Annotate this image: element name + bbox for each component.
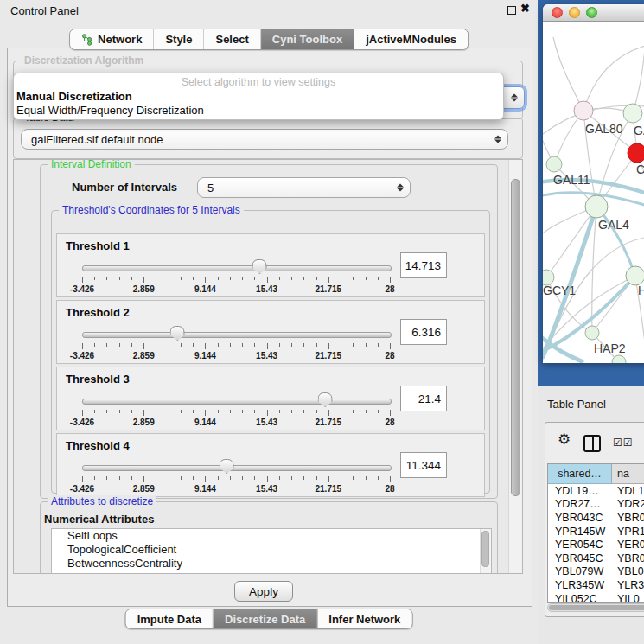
num-intervals-label: Number of Intervals — [72, 181, 177, 194]
slider-handle[interactable] — [318, 392, 333, 407]
attributes-list-scrollbar[interactable] — [480, 529, 491, 574]
table-row[interactable]: YIL052CYIL0 — [548, 592, 644, 603]
network-canvas[interactable]: GAL80GACGAL11GAL4GCY1HHAP2 — [543, 22, 644, 363]
tab-jactivemnodules[interactable]: jActiveMNodules — [354, 29, 468, 49]
slider-handle[interactable] — [220, 459, 234, 474]
num-intervals-combobox[interactable]: 5 — [197, 177, 411, 198]
float-window-icon[interactable] — [507, 6, 516, 15]
control-panel-content: Discretization Algorithm Select algorith… — [7, 48, 532, 607]
network-node-gal4-node[interactable] — [585, 195, 608, 218]
stepper-arrows-icon — [494, 136, 501, 143]
tab-select[interactable]: Select — [204, 29, 260, 49]
list-item-betweennesscentrality[interactable]: BetweennessCentrality — [52, 557, 491, 571]
table-cell: YPR145W — [548, 525, 612, 539]
checkbox-icons[interactable]: ☑☑ — [613, 437, 634, 449]
threshold-value-field[interactable]: 14.713 — [400, 252, 447, 278]
slider-tick-label: -3.426 — [70, 351, 94, 360]
network-node-gal11-node[interactable] — [546, 156, 562, 172]
algorithm-option-equal-width-frequency-discretization[interactable]: Equal Width/Frequency Discretization — [16, 104, 501, 118]
threshold-value-field[interactable]: 11.344 — [400, 452, 447, 478]
column-header-name[interactable]: na — [612, 464, 644, 484]
threshold-panel-2: Threshold 2-3.4262.8599.14415.4321.71528… — [56, 300, 485, 364]
threshold-value-field[interactable]: 6.316 — [400, 319, 447, 345]
network-node-label: GAL4 — [598, 218, 629, 232]
network-window-titlebar[interactable] — [543, 4, 644, 22]
settings-vertical-scrollbar[interactable] — [508, 160, 522, 573]
close-icon[interactable]: ✖ — [520, 2, 530, 15]
slider-tick-label: 9.144 — [194, 351, 216, 360]
list-item-selfloops[interactable]: SelfLoops — [52, 529, 491, 543]
slider-handle[interactable] — [170, 326, 185, 341]
algorithm-option-manual-discretization[interactable]: Manual Discretization — [16, 90, 501, 104]
slider-tick — [341, 277, 341, 280]
close-traffic-light-icon[interactable] — [552, 7, 563, 18]
minimize-traffic-light-icon[interactable] — [569, 7, 580, 18]
slider-tick — [143, 410, 144, 416]
slider-track — [82, 332, 392, 338]
list-item-topologicalcoefficient[interactable]: TopologicalCoefficient — [52, 543, 491, 557]
slider-tick — [230, 476, 231, 480]
slider-tick — [316, 410, 317, 413]
table-row[interactable]: YDL19…YDL1 — [548, 484, 644, 498]
slider-tick-label: 28 — [385, 418, 394, 427]
network-edge[interactable] — [596, 207, 635, 276]
table-cell: YBR0 — [612, 552, 644, 565]
slider-tick — [353, 277, 354, 280]
slider-tick — [254, 476, 255, 480]
table-cell: YBL079W — [548, 565, 612, 579]
table-row[interactable]: YBR043CYBR0 — [548, 511, 644, 525]
network-edge-thick[interactable] — [596, 207, 635, 276]
slider-tick — [353, 343, 354, 347]
table-row[interactable]: YDR27…YDR2 — [548, 498, 644, 512]
tab-infer-network[interactable]: Infer Network — [317, 609, 411, 628]
gear-icon[interactable]: ⚙ — [558, 432, 571, 447]
slider-tick — [230, 410, 231, 413]
network-node-gal80-neighbor[interactable] — [574, 101, 593, 120]
slider-tick — [106, 343, 107, 347]
threshold-slider-2[interactable]: -3.4262.8599.14415.4321.71528 — [82, 327, 390, 361]
slider-tick — [267, 410, 268, 416]
network-node-hap2-node[interactable] — [585, 326, 599, 340]
slider-tick — [156, 476, 156, 480]
tab-cyni-toolbox[interactable]: Cyni Toolbox — [261, 29, 354, 49]
network-node-top-right-node[interactable] — [623, 104, 642, 123]
slider-tick — [156, 343, 156, 347]
network-edge[interactable] — [553, 37, 583, 111]
network-edge[interactable] — [633, 48, 644, 113]
slider-tick — [193, 277, 194, 280]
slider-tick — [366, 410, 367, 413]
zoom-traffic-light-icon[interactable] — [586, 7, 597, 18]
threshold-label: Threshold 4 — [66, 439, 130, 452]
numerical-attributes-list[interactable]: SelfLoopsTopologicalCoefficientBetweenne… — [51, 528, 492, 574]
slider-track — [82, 465, 392, 471]
table-data-combobox[interactable]: galFiltered.sif default node — [21, 129, 508, 150]
threshold-slider-1[interactable]: -3.4262.8599.14415.4321.71528 — [82, 260, 390, 295]
table-row[interactable]: YBR045CYBR0 — [548, 552, 644, 565]
network-node-red-node[interactable] — [628, 143, 644, 163]
network-node-h-node[interactable] — [626, 266, 644, 285]
tab-network[interactable]: Network — [70, 29, 154, 49]
table-horizontal-scrollbar[interactable] — [547, 603, 644, 612]
network-edge[interactable] — [583, 46, 644, 111]
scrollbar-thumb[interactable] — [549, 605, 644, 610]
stepper-arrows-icon — [397, 184, 404, 192]
column-header-shared-name[interactable]: shared… — [548, 464, 612, 484]
scrollbar-thumb[interactable] — [511, 179, 520, 496]
table-cell: YIL0 — [612, 592, 644, 603]
threshold-slider-3[interactable]: -3.4262.8599.14415.4321.71528 — [82, 393, 390, 428]
table-row[interactable]: YPR145WYPR1 — [548, 525, 644, 539]
table-row[interactable]: YER054CYER0 — [548, 538, 644, 552]
columns-icon[interactable] — [583, 435, 601, 452]
table-row[interactable]: YLR345WYLR3 — [548, 578, 644, 592]
slider-tick — [106, 410, 107, 413]
tab-impute-data[interactable]: Impute Data — [126, 609, 214, 628]
top-tab-strip: NetworkStyleSelectCyni ToolboxjActiveMNo… — [69, 29, 469, 50]
slider-handle[interactable] — [252, 259, 267, 274]
threshold-slider-4[interactable]: -3.4262.8599.14415.4321.71528 — [82, 460, 390, 494]
tab-label: Select — [215, 33, 248, 46]
tab-style[interactable]: Style — [154, 29, 204, 49]
threshold-value-field[interactable]: 21.4 — [400, 386, 447, 411]
tab-discretize-data[interactable]: Discretize Data — [214, 609, 317, 628]
table-row[interactable]: YBL079WYBL0 — [548, 565, 644, 579]
apply-button[interactable]: Apply — [234, 581, 293, 602]
